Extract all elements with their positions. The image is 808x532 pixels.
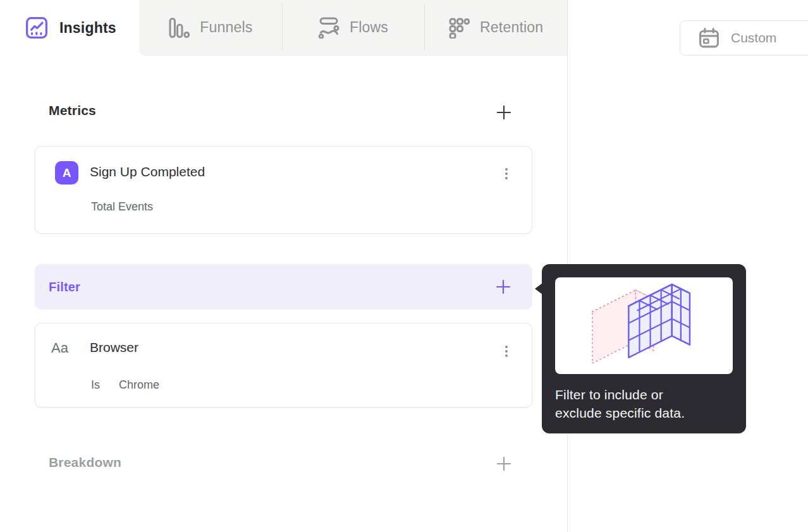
funnels-icon bbox=[168, 17, 190, 39]
tooltip-text: Filter to include or exclude specific da… bbox=[555, 385, 735, 422]
breakdown-section-title: Breakdown bbox=[49, 455, 121, 470]
tooltip-text-line: Filter to include or bbox=[555, 385, 735, 404]
add-filter-button[interactable] bbox=[495, 279, 511, 295]
filter-section-row[interactable]: Filter bbox=[35, 264, 532, 310]
tab-flows[interactable]: Flows bbox=[282, 0, 425, 55]
tab-label-insights: Insights bbox=[59, 20, 116, 37]
metric-measure[interactable]: Total Events bbox=[91, 200, 153, 214]
insights-icon bbox=[25, 16, 48, 39]
plus-icon bbox=[496, 456, 512, 472]
metric-name: Sign Up Completed bbox=[90, 164, 205, 179]
tab-label-flows: Flows bbox=[350, 19, 388, 36]
filter-section-title: Filter bbox=[49, 280, 80, 294]
calendar-icon bbox=[698, 27, 720, 49]
filter-card[interactable]: Aa Browser Is Chrome bbox=[35, 323, 532, 408]
plus-icon bbox=[496, 104, 512, 121]
filter-value[interactable]: Chrome bbox=[119, 378, 159, 392]
tooltip-text-line: exclude specific data. bbox=[555, 404, 735, 422]
filter-tooltip: Filter to include or exclude specific da… bbox=[542, 264, 746, 433]
date-range-label: Custom bbox=[731, 30, 776, 45]
filter-property: Browser bbox=[90, 340, 138, 355]
tab-label-funnels: Funnels bbox=[200, 19, 252, 36]
text-property-icon: Aa bbox=[51, 340, 68, 356]
date-range-button[interactable]: Custom bbox=[680, 20, 808, 56]
plus-icon bbox=[495, 279, 511, 295]
tab-insights[interactable]: Insights bbox=[0, 0, 139, 56]
tab-label-retention: Retention bbox=[480, 19, 543, 36]
filter-operator[interactable]: Is bbox=[91, 378, 100, 392]
filter-cube-illustration bbox=[555, 277, 733, 374]
tooltip-illustration bbox=[555, 277, 733, 374]
flows-icon bbox=[318, 17, 340, 39]
metric-options-button[interactable] bbox=[504, 167, 509, 181]
metrics-section-title: Metrics bbox=[49, 103, 96, 118]
metric-series-badge: A bbox=[55, 161, 78, 184]
filter-options-button[interactable] bbox=[504, 344, 509, 358]
tab-retention[interactable]: Retention bbox=[424, 0, 567, 55]
tooltip-caret bbox=[535, 283, 542, 294]
tab-strip: Funnels Flows Retention bbox=[139, 0, 567, 56]
add-breakdown-button[interactable] bbox=[496, 456, 512, 472]
metric-card[interactable]: A Sign Up Completed Total Events bbox=[35, 146, 532, 234]
tab-funnels[interactable]: Funnels bbox=[139, 0, 282, 55]
add-metric-button[interactable] bbox=[496, 104, 512, 121]
retention-icon bbox=[448, 17, 470, 39]
